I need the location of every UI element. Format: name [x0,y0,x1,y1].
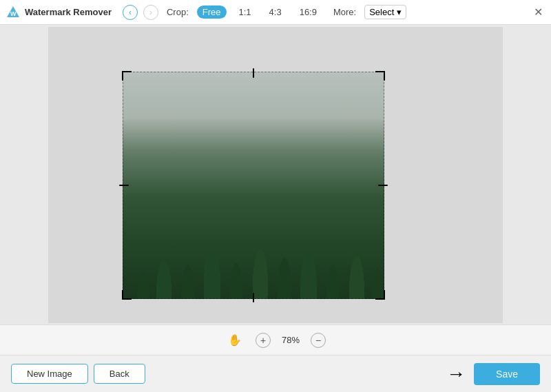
title-bar: W Watermark Remover ‹ › Crop: Free 1:1 4… [0,0,551,25]
zoom-out-btn[interactable]: − [311,333,326,348]
dropdown-arrow-icon: ▾ [397,7,402,17]
main-canvas-area [0,25,551,324]
toolbar-strip: ✋ + 78% − [0,324,551,355]
bottom-right-actions: → Save [446,363,540,385]
select-dropdown[interactable]: Select ▾ [364,5,406,19]
back-nav-btn[interactable]: ‹ [123,5,138,20]
hand-icon: ✋ [228,333,242,347]
app-title: Watermark Remover [25,7,112,17]
save-button[interactable]: Save [474,363,540,385]
crop-label: Crop: [167,7,189,17]
zoom-in-btn[interactable]: + [256,333,271,348]
zoom-out-icon: − [315,335,321,346]
title-bar-left: W Watermark Remover [6,5,112,20]
more-label: More: [333,7,356,17]
crop-free[interactable]: Free [197,6,227,19]
nav-controls: ‹ › Crop: Free 1:1 4:3 16:9 More: Select… [123,5,406,20]
forward-nav-btn[interactable]: › [143,5,158,20]
crop-16-9[interactable]: 16:9 [294,6,322,19]
canvas-container [48,27,503,323]
svg-text:W: W [10,10,17,17]
bottom-left-actions: New Image Back [11,364,145,384]
crop-4-3[interactable]: 4:3 [264,6,287,19]
new-image-button[interactable]: New Image [11,364,88,384]
close-button[interactable]: ✕ [531,6,545,19]
zoom-level-display: 78% [282,335,300,345]
back-button[interactable]: Back [94,364,145,384]
crop-1-1[interactable]: 1:1 [233,6,257,19]
hand-tool-btn[interactable]: ✋ [225,331,245,350]
arrow-right-icon: → [446,363,466,385]
bottom-bar: New Image Back → Save [0,355,551,392]
app-icon: W [6,5,21,20]
forest-image [123,72,384,299]
crop-options: Free 1:1 4:3 16:9 [197,6,322,19]
zoom-in-icon: + [260,335,266,346]
image-crop-area[interactable] [123,72,384,299]
select-label: Select [369,7,394,17]
